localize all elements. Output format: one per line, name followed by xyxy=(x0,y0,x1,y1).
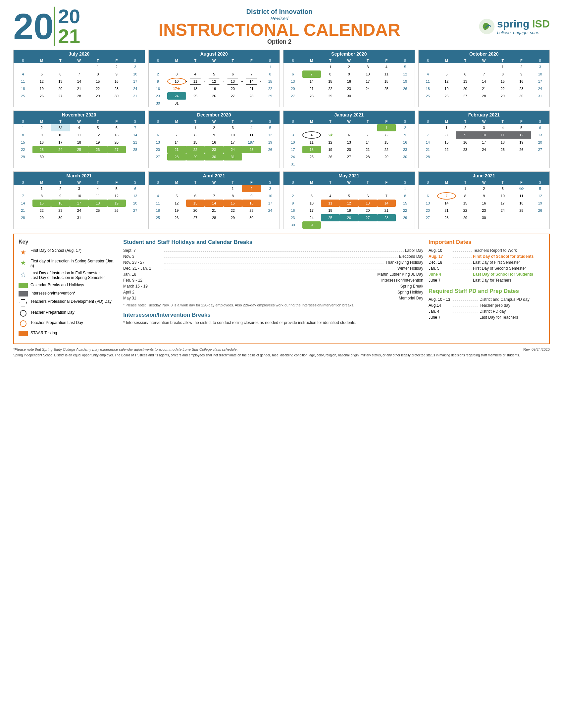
day-30: 30 xyxy=(107,92,126,100)
imp-row-june4: June 4 Last Day of School for Students xyxy=(429,272,544,277)
day-11: 11 xyxy=(14,78,32,85)
day-19: 19 xyxy=(32,85,51,92)
option-label: Option 2 xyxy=(80,38,479,45)
month-jun-2021: June 2021 SMTWTFS 1 2 3 4☆ 5 6 7 8 9 10 … xyxy=(418,171,550,229)
aug-12-hex: 12 xyxy=(205,78,223,85)
empty-cell xyxy=(51,63,70,70)
imp-row-aug17: Aug. 17 First Day of School for Students xyxy=(429,254,544,259)
circle-black-icon xyxy=(19,310,28,318)
day-6: 6 xyxy=(51,70,70,78)
day-10: 10 xyxy=(126,70,145,78)
holiday-row: Dec. 21 - Jan. 1 Winter Holiday xyxy=(123,266,423,271)
district-title: District of Innovation xyxy=(80,8,479,16)
logo-spring-text: spring xyxy=(497,18,530,30)
key-item-spring-first: ★ First day of Instruction in Spring Sem… xyxy=(19,259,118,268)
imp-row: Aug. 10 Teachers Report to Work xyxy=(429,248,544,253)
day-17: 17 xyxy=(126,78,145,85)
footer-legal: Spring Independent School District is an… xyxy=(13,353,550,357)
day-27: 27 xyxy=(51,92,70,100)
day-31: 31 xyxy=(126,92,145,100)
intersession-note: * Intersession/Intervention breaks allow… xyxy=(123,320,423,325)
day-21: 21 xyxy=(70,85,89,92)
day-23: 23 xyxy=(107,85,126,92)
imp-dates-title: Important Dates xyxy=(429,239,544,246)
cal-title: INSTRUCTIONAL CALENDAR xyxy=(80,21,479,38)
logo-row: spring ISD believe. engage. soar. xyxy=(479,18,550,35)
holiday-row: Jan. 18 Martin Luther King Jr. Day xyxy=(123,272,423,277)
star-orange-icon: ★ xyxy=(19,248,28,256)
logo-block: spring ISD believe. engage. soar. xyxy=(479,18,550,35)
day-22: 22 xyxy=(88,85,107,92)
staff-pd-title: Required Staff PD and Prep Dates xyxy=(429,288,544,295)
holiday-row: Sept. 7 Labor Day xyxy=(123,248,423,253)
key-label-prep-day: Teacher Preparation Day xyxy=(30,310,74,315)
day-28: 28 xyxy=(70,92,89,100)
holiday-note: * Please note: Tuesday, Nov. 3 is a work… xyxy=(123,303,423,307)
month-oct-2020: October 2020 SMTWTFS 1 2 3 4 5 6 7 8 9 1… xyxy=(418,50,550,107)
month-may-2021: May 2021 SMTWTFS 1 2 3 4 5 6 7 8 9 10 11… xyxy=(283,171,415,229)
day-5: 5 xyxy=(32,70,51,78)
year-20-right: 20 xyxy=(58,7,80,26)
key-label-prep-last: Teacher Preparation Last Day xyxy=(30,320,83,325)
spring-logo-icon xyxy=(479,18,495,35)
day-16: 16 xyxy=(107,78,126,85)
intersession-title: Intersession/Intervention Breaks xyxy=(123,312,423,318)
month-mar-2021: March 2021 SMTWTFS 1 2 3 4 5 6 7 8 9 10 … xyxy=(13,171,145,229)
circle-orange-icon xyxy=(19,320,28,328)
holiday-row: Nov. 3 Elections Day xyxy=(123,254,423,259)
key-label-intersession: Intersession/Intervention* xyxy=(30,291,75,296)
aug-17-first-day: 17★ xyxy=(167,85,186,92)
bottom-section: Key ★ First Day of School (Aug. 17) ★ Fi… xyxy=(13,234,550,344)
aug-10-circle: 10 xyxy=(167,78,186,85)
staff-pd-section: Required Staff PD and Prep Dates Aug. 10… xyxy=(429,288,544,320)
day-26: 26 xyxy=(32,92,51,100)
header-center: District of Innovation Revised INSTRUCTI… xyxy=(80,8,479,45)
key-label-staar: STAAR Testing xyxy=(30,331,57,335)
sat-hdr: S xyxy=(126,58,145,63)
key-item-staar: STAAR Testing xyxy=(19,331,118,336)
month-dec-2020: December 2020 SMTWTFS 1 2 3 4 5 6 7 8 9 … xyxy=(148,111,280,168)
day-7: 7 xyxy=(70,70,89,78)
dec-18-last-fall: 18☆ xyxy=(242,139,261,146)
day-29: 29 xyxy=(88,92,107,100)
day-18: 18 xyxy=(14,85,32,92)
logo-tagline: believe. engage. soar. xyxy=(497,30,550,35)
pd-row: Aug.14 Teacher prep day xyxy=(429,303,544,308)
star-blue-icon: ☆ xyxy=(19,271,28,279)
holiday-row: April 2 Spring Holiday xyxy=(123,290,423,295)
holiday-row: Nov. 23 - 27 Thanksgiving Holiday xyxy=(123,260,423,265)
month-july-2020: July 2020 S M T W T F S 1 2 3 4 5 6 7 8 … xyxy=(13,50,145,107)
key-item-prep-last: Teacher Preparation Last Day xyxy=(19,320,118,328)
day-2: 2 xyxy=(107,63,126,70)
fri-hdr: F xyxy=(107,58,126,63)
thu-hdr: T xyxy=(88,58,107,63)
holiday-row: March 15 - 19 Spring Break xyxy=(123,284,423,289)
month-apr-2021: April 2021 SMTWTFS 1 2 3 4 5 6 7 8 9 10 … xyxy=(148,171,280,229)
holiday-row: May 31 Memorial Day xyxy=(123,296,423,300)
holidays-section: Student and Staff Holidays and Calendar … xyxy=(123,239,423,339)
key-label-last-day: Last Day of Instruction in Fall Semester… xyxy=(30,271,105,280)
calendars-grid: July 2020 S M T W T F S 1 2 3 4 5 6 7 8 … xyxy=(13,50,550,229)
key-label-spring-first: First day of Instruction in Spring Semes… xyxy=(30,259,118,268)
footer-rev: Rev. 09/24/2020 xyxy=(523,347,550,351)
key-item-first-day: ★ First Day of School (Aug. 17) xyxy=(19,248,118,256)
day-15: 15 xyxy=(88,78,107,85)
empty-cell xyxy=(70,63,89,70)
footer-note: *Please note that Spring Early College A… xyxy=(13,347,238,351)
key-label-pd-day: Teachers Professional Development (PD) D… xyxy=(30,299,112,304)
pd-row: Jan. 4 District PD day xyxy=(429,309,544,314)
jun-7-circle: 7 xyxy=(437,192,456,200)
jan-4-circle: 4 xyxy=(303,131,321,139)
year-right-col: 20 21 xyxy=(54,7,80,46)
important-dates-section: Important Dates Aug. 10 Teachers Report … xyxy=(429,239,544,283)
key-title: Key xyxy=(19,239,118,245)
key-item-last-day: ☆ Last Day of Instruction in Fall Semest… xyxy=(19,271,118,280)
swatch-green-icon xyxy=(19,283,28,288)
day-24: 24 xyxy=(126,85,145,92)
key-item-pd-day: Teachers Professional Development (PD) D… xyxy=(19,299,118,307)
day-14: 14 xyxy=(70,78,89,85)
holiday-row: Feb. 9 - 12 Intersession/Intevention xyxy=(123,278,423,283)
day-25: 25 xyxy=(14,92,32,100)
tue-hdr: T xyxy=(51,58,70,63)
logo-isd-text: ISD xyxy=(532,18,550,30)
